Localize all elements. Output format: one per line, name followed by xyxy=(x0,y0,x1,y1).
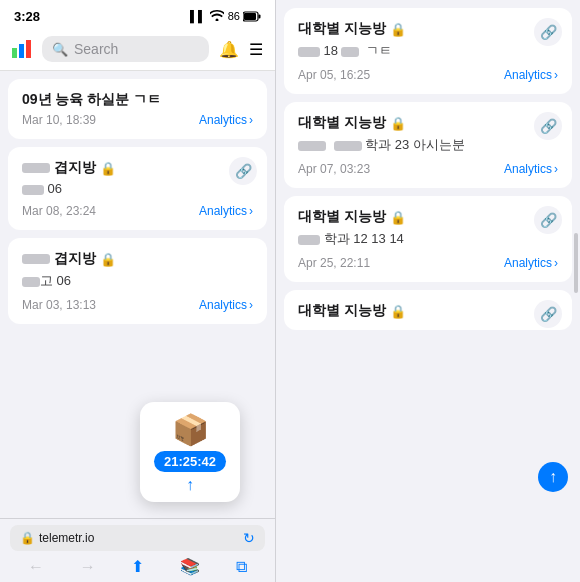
search-magnifier-icon: 🔍 xyxy=(52,42,68,57)
right-card-date-3: Apr 25, 22:11 xyxy=(298,256,370,270)
svg-rect-2 xyxy=(244,13,256,20)
right-card-1: 대학별 지능방 🔒 🔗 18 ㄱㅌ Apr 05, 16:25 Analytic… xyxy=(284,8,572,94)
card-subtitle-3: 고 06 xyxy=(22,272,253,290)
right-card-footer-3: Apr 25, 22:11 Analytics › xyxy=(298,256,558,270)
right-card-title-1: 대학별 지능방 🔒 xyxy=(298,20,558,38)
forward-nav-icon[interactable]: → xyxy=(74,558,102,576)
svg-rect-1 xyxy=(259,15,261,19)
right-card-title-text-4: 대학별 지능방 xyxy=(298,302,386,320)
left-card-3: 겹지방 🔒 고 06 Mar 03, 13:13 Analytics › xyxy=(8,238,267,324)
refresh-icon[interactable]: ↻ xyxy=(243,530,255,546)
right-card-footer-1: Apr 05, 16:25 Analytics › xyxy=(298,68,558,82)
analytics-link-2[interactable]: Analytics › xyxy=(199,204,253,218)
right-analytics-link-1[interactable]: Analytics › xyxy=(504,68,558,82)
share-nav-icon[interactable]: ⬆ xyxy=(125,557,150,576)
url-text: 🔒 telemetr.io xyxy=(20,531,94,545)
card-date-2: Mar 08, 23:24 xyxy=(22,204,96,218)
analytics-link-1[interactable]: Analytics › xyxy=(199,113,253,127)
card-title-text-3: 겹지방 xyxy=(54,250,96,268)
right-card-subtitle-3: 학과 12 13 14 xyxy=(298,230,558,248)
right-card-subtitle-1: 18 ㄱㅌ xyxy=(298,42,558,60)
right-lock-icon-3: 🔒 xyxy=(390,210,406,225)
left-card-1: 09년 능육 하실분 ㄱㅌ Mar 10, 18:39 Analytics › xyxy=(8,79,267,139)
right-link-icon-4[interactable]: 🔗 xyxy=(534,300,562,328)
card-date-3: Mar 03, 13:13 xyxy=(22,298,96,312)
scroll-up-button[interactable]: ↑ xyxy=(538,462,568,492)
wifi-icon xyxy=(210,10,224,23)
popup-badge: 21:25:42 xyxy=(154,451,226,472)
right-chevron-1: › xyxy=(554,68,558,82)
right-card-footer-2: Apr 07, 03:23 Analytics › xyxy=(298,162,558,176)
url-domain: telemetr.io xyxy=(39,531,94,545)
battery-icon: 86 xyxy=(228,10,261,23)
chevron-right-1: › xyxy=(249,113,253,127)
right-gray-block-sub-1 xyxy=(298,47,320,57)
left-card-2: 겹지방 🔒 🔗 06 Mar 08, 23:24 Analytics › xyxy=(8,147,267,230)
right-lock-icon-4: 🔒 xyxy=(390,304,406,319)
status-time: 3:28 xyxy=(14,9,40,24)
menu-icon[interactable]: ☰ xyxy=(249,40,263,59)
right-chevron-3: › xyxy=(554,256,558,270)
nav-icons: ← → ⬆ 📚 ⧉ xyxy=(10,557,265,576)
right-analytics-link-2[interactable]: Analytics › xyxy=(504,162,558,176)
url-bar[interactable]: 🔒 telemetr.io ↻ xyxy=(10,525,265,551)
svg-rect-4 xyxy=(19,44,24,58)
url-favicon: 🔒 xyxy=(20,531,35,545)
status-bar: 3:28 ▌▌ 86 xyxy=(0,0,275,30)
gray-block-sub-3 xyxy=(22,277,40,287)
gray-block-title-3 xyxy=(22,254,50,264)
card-title-text-1: 09년 능육 하실분 ㄱㅌ xyxy=(22,91,161,109)
bell-icon[interactable]: 🔔 xyxy=(219,40,239,59)
right-card-title-4: 대학별 지능방 🔒 xyxy=(298,302,558,320)
chevron-right-2: › xyxy=(249,204,253,218)
right-card-3: 대학별 지능방 🔒 🔗 학과 12 13 14 Apr 25, 22:11 An… xyxy=(284,196,572,282)
right-card-title-3: 대학별 지능방 🔒 xyxy=(298,208,558,226)
popup-arrow[interactable]: ↑ xyxy=(186,476,194,494)
right-lock-icon-2: 🔒 xyxy=(390,116,406,131)
card-footer-2: Mar 08, 23:24 Analytics › xyxy=(22,204,253,218)
right-gray-block-sub-1b xyxy=(341,47,359,57)
link-icon-2[interactable]: 🔗 xyxy=(229,157,257,185)
popup-icon: 📦 xyxy=(172,412,209,447)
card-subtitle-2: 06 xyxy=(22,181,253,196)
right-chevron-2: › xyxy=(554,162,558,176)
right-analytics-link-3[interactable]: Analytics › xyxy=(504,256,558,270)
search-bar-icons: 🔔 ☰ xyxy=(219,40,263,59)
bookmarks-nav-icon[interactable]: 📚 xyxy=(174,557,206,576)
analytics-link-3[interactable]: Analytics › xyxy=(199,298,253,312)
search-bar: 🔍 Search 🔔 ☰ xyxy=(0,30,275,71)
card-title-1: 09년 능육 하실분 ㄱㅌ xyxy=(22,91,253,109)
lock-icon-2: 🔒 xyxy=(100,161,116,176)
right-link-icon-2[interactable]: 🔗 xyxy=(534,112,562,140)
right-subtitle-text-2: 학과 23 아시는분 xyxy=(365,137,465,152)
tabs-nav-icon[interactable]: ⧉ xyxy=(230,558,253,576)
gray-block-sub-2 xyxy=(22,185,44,195)
right-card-date-1: Apr 05, 16:25 xyxy=(298,68,370,82)
right-gray-block-sub-3 xyxy=(298,235,320,245)
right-link-icon-1[interactable]: 🔗 xyxy=(534,18,562,46)
lock-icon-3: 🔒 xyxy=(100,252,116,267)
back-nav-icon[interactable]: ← xyxy=(22,558,50,576)
svg-rect-3 xyxy=(12,48,17,58)
status-icons: ▌▌ 86 xyxy=(190,10,261,23)
scroll-indicator xyxy=(574,233,578,293)
bar-chart-icon xyxy=(12,40,32,58)
right-gray-block-sub-2a xyxy=(298,141,326,151)
right-subtitle-text-3: 학과 12 13 14 xyxy=(324,231,404,246)
right-card-title-text-1: 대학별 지능방 xyxy=(298,20,386,38)
search-input-wrap[interactable]: 🔍 Search xyxy=(42,36,209,62)
signal-icon: ▌▌ xyxy=(190,10,206,22)
browser-bar: 🔒 telemetr.io ↻ ← → ⬆ 📚 ⧉ xyxy=(0,518,275,582)
card-date-1: Mar 10, 18:39 xyxy=(22,113,96,127)
right-card-subtitle-2: 학과 23 아시는분 xyxy=(298,136,558,154)
right-link-icon-3[interactable]: 🔗 xyxy=(534,206,562,234)
card-title-3: 겹지방 🔒 xyxy=(22,250,253,268)
card-footer-3: Mar 03, 13:13 Analytics › xyxy=(22,298,253,312)
left-panel: 3:28 ▌▌ 86 🔍 Search 🔔 ☰ xyxy=(0,0,275,582)
chevron-right-3: › xyxy=(249,298,253,312)
right-panel: 대학별 지능방 🔒 🔗 18 ㄱㅌ Apr 05, 16:25 Analytic… xyxy=(276,0,580,582)
right-card-date-2: Apr 07, 03:23 xyxy=(298,162,370,176)
right-card-title-text-2: 대학별 지능방 xyxy=(298,114,386,132)
card-title-2: 겹지방 🔒 xyxy=(22,159,253,177)
right-card-title-2: 대학별 지능방 🔒 xyxy=(298,114,558,132)
